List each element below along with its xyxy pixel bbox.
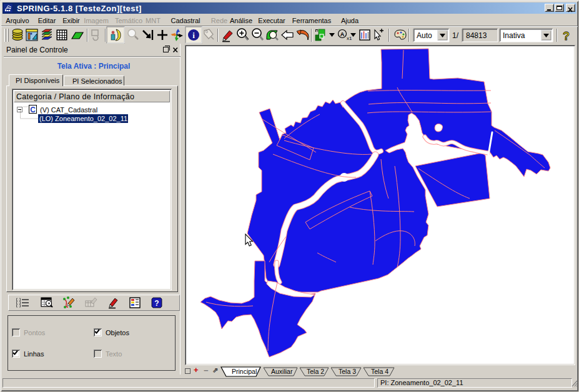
svg-text:1/: 1/ (452, 31, 459, 40)
svg-text:Principal: Principal (232, 368, 257, 375)
svg-text:A: A (340, 31, 345, 37)
svg-text:Tela 4: Tela 4 (371, 368, 388, 375)
svg-text:Tela 2: Tela 2 (307, 368, 324, 375)
svg-text:Auxiliar: Auxiliar (271, 368, 293, 375)
svg-text:?: ? (563, 30, 570, 42)
svg-text:?: ? (154, 299, 159, 308)
svg-text:Inativa: Inativa (503, 31, 525, 40)
svg-text:84813: 84813 (466, 31, 487, 40)
svg-text:Tela 3: Tela 3 (339, 368, 356, 375)
svg-text:i: i (192, 31, 195, 40)
svg-text:Auto: Auto (417, 31, 432, 40)
svg-text:x1: x1 (347, 36, 352, 41)
